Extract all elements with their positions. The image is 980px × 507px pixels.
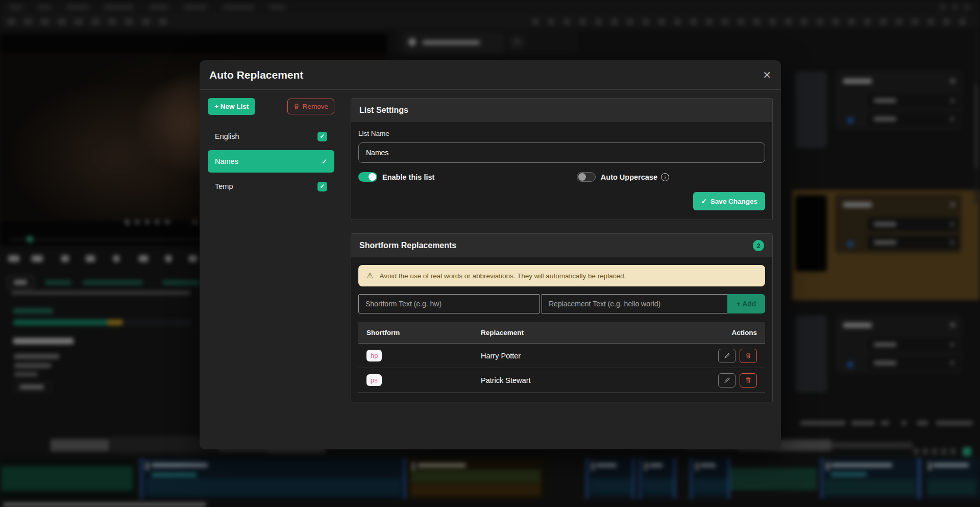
info-icon[interactable]: i	[661, 173, 669, 181]
shortform-replacements-section: Shortform Replacements 2 ⚠ Avoid the use…	[351, 233, 773, 402]
toggle-knob	[578, 173, 586, 181]
count-badge: 2	[753, 240, 764, 251]
list-name-label: List Name	[358, 130, 765, 137]
warning-banner: ⚠ Avoid the use of real words or abbrevi…	[358, 265, 765, 286]
col-replacement: Replacement	[481, 329, 696, 336]
table-header: Shortform Replacement Actions	[358, 322, 765, 344]
shortform-body: ⚠ Avoid the use of real words or abbrevi…	[351, 257, 772, 402]
auto-uppercase-toggle[interactable]	[577, 172, 596, 182]
checkbox-checked-icon[interactable]: ✓	[317, 182, 327, 191]
pencil-icon	[724, 352, 730, 359]
lists-panel: + New List Remove English ✓ Names ✓ Temp…	[208, 98, 334, 402]
trash-icon	[293, 103, 300, 110]
enable-list-toggle[interactable]	[358, 172, 377, 182]
toggle-knob	[369, 173, 376, 181]
delete-button[interactable]	[740, 373, 757, 388]
check-icon: ✓	[322, 158, 327, 165]
settings-column: List Settings List Name Enable this list…	[351, 98, 773, 402]
toggles-row: Enable this list Auto Uppercase i	[358, 172, 765, 182]
col-shortform: Shortform	[366, 329, 481, 336]
add-shortform-row: + Add	[358, 294, 765, 313]
shortform-header: Shortform Replacements 2	[351, 234, 772, 257]
trash-icon	[745, 377, 751, 383]
replacement-value: Harry Potter	[481, 352, 696, 360]
trash-icon	[745, 352, 751, 359]
close-icon[interactable]: ✕	[763, 70, 771, 80]
list-settings-body: List Name Enable this list Auto Uppercas…	[351, 122, 772, 220]
checkbox-checked-icon[interactable]: ✓	[317, 132, 327, 141]
modal-body: + New List Remove English ✓ Names ✓ Temp…	[200, 90, 781, 411]
shortform-badge: ps	[366, 374, 382, 386]
shortform-text-input[interactable]	[358, 294, 540, 313]
list-item-english[interactable]: English ✓	[208, 126, 334, 147]
list-settings-section: List Settings List Name Enable this list…	[351, 98, 773, 220]
col-actions: Actions	[731, 329, 757, 336]
list-item-label: Names	[215, 157, 238, 165]
remove-list-label: Remove	[303, 103, 328, 110]
auto-replacement-modal: Auto Replacement ✕ + New List Remove Eng…	[200, 60, 781, 449]
new-list-button[interactable]: + New List	[208, 98, 255, 115]
warning-icon: ⚠	[366, 271, 373, 280]
auto-uppercase-group: Auto Uppercase i	[577, 172, 669, 182]
replacement-value: Patrick Stewart	[481, 376, 696, 384]
replacement-lists: English ✓ Names ✓ Temp ✓	[208, 126, 334, 197]
remove-list-button[interactable]: Remove	[287, 99, 334, 114]
enable-list-label: Enable this list	[382, 173, 434, 181]
section-title: Shortform Replacements	[359, 241, 456, 250]
lists-actions: + New List Remove	[208, 98, 334, 115]
check-icon: ✓	[320, 133, 325, 140]
auto-uppercase-label: Auto Uppercase	[601, 173, 657, 181]
list-item-temp[interactable]: Temp ✓	[208, 176, 334, 197]
edit-button[interactable]	[718, 373, 736, 388]
row-actions	[718, 373, 757, 388]
delete-button[interactable]	[740, 349, 757, 363]
table-row: ps Patrick Stewart	[358, 368, 765, 393]
replacement-text-input[interactable]	[542, 294, 727, 313]
add-button[interactable]: + Add	[727, 294, 765, 313]
list-name-input[interactable]	[358, 142, 765, 163]
check-icon: ✓	[320, 183, 325, 190]
list-item-names[interactable]: Names ✓	[208, 150, 334, 173]
save-changes-button[interactable]: ✓ Save Changes	[693, 192, 765, 210]
warning-text: Avoid the use of real words or abbreviat…	[379, 272, 626, 280]
save-row: ✓ Save Changes	[358, 192, 765, 210]
list-settings-header: List Settings	[351, 99, 772, 122]
row-actions	[718, 349, 757, 363]
save-changes-label: Save Changes	[710, 198, 757, 205]
pencil-icon	[724, 377, 730, 383]
shortform-badge: hp	[366, 350, 382, 361]
check-icon: ✓	[701, 197, 706, 205]
list-item-label: Temp	[215, 182, 233, 190]
modal-title: Auto Replacement	[209, 69, 303, 81]
edit-button[interactable]	[718, 349, 736, 363]
modal-header: Auto Replacement ✕	[200, 60, 781, 90]
list-item-label: English	[215, 132, 239, 140]
section-title: List Settings	[359, 106, 408, 115]
table-row: hp Harry Potter	[358, 344, 765, 368]
